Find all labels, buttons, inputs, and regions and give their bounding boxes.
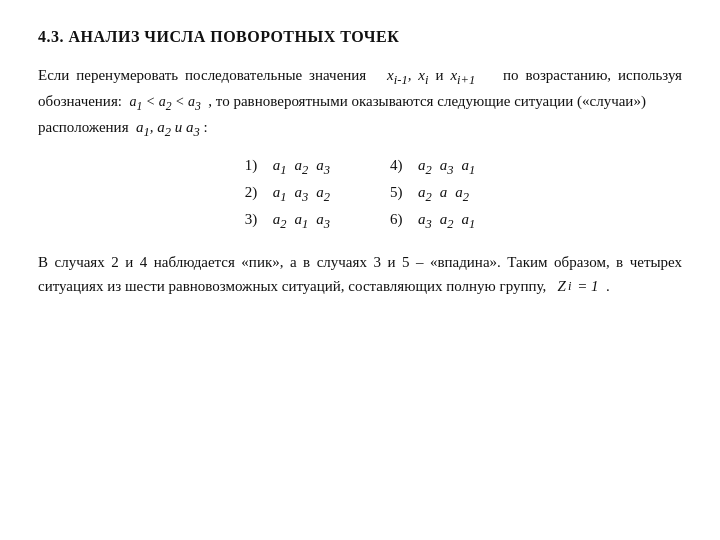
case-row-5: 5) a2 a a2 (390, 184, 475, 205)
conclusion-paragraph: В случаях 2 и 4 наблюдается «пик», а в с… (38, 250, 682, 298)
case-6-v1: a3 (418, 211, 432, 232)
vars-end: a1, a2 и a3 (136, 119, 200, 135)
case-5-v1: a2 (418, 184, 432, 205)
case-2-v3: a2 (316, 184, 330, 205)
formula: Zi = 1 (558, 274, 599, 298)
and-text: и (435, 67, 450, 83)
case-num-6: 6) (390, 211, 410, 228)
page-title: 4.3. АНАЛИЗ ЧИСЛА ПОВОРОТНЫХ ТОЧЕК (38, 28, 682, 46)
case-row-6: 6) a3 a2 a1 (390, 211, 475, 232)
case-row-4: 4) a2 a3 a1 (390, 157, 475, 178)
sub-i1: i-1 (394, 73, 408, 87)
case-4-v1: a2 (418, 157, 432, 178)
case-num-4: 4) (390, 157, 410, 174)
case-1-v2: a2 (295, 157, 309, 178)
case-row-1: 1) a1 a2 a3 (245, 157, 330, 178)
case-num-5: 5) (390, 184, 410, 201)
formula-z: Z (558, 274, 566, 298)
case-row-2: 2) a1 a3 a2 (245, 184, 330, 205)
inequality: a1 < a2 < a3 (129, 94, 200, 109)
case-num-2: 2) (245, 184, 265, 201)
case-1-v3: a3 (316, 157, 330, 178)
case-row-3: 3) a2 a1 a3 (245, 211, 330, 232)
var-xi-plus1: xi+1 (450, 67, 475, 83)
case-6-v2: a2 (440, 211, 454, 232)
case-num-1: 1) (245, 157, 265, 174)
case-5-v2: a (440, 184, 448, 201)
case-4-v2: a3 (440, 157, 454, 178)
case-5-v3: a2 (455, 184, 469, 205)
var-xi1: xi-1, (387, 67, 411, 83)
case-num-3: 3) (245, 211, 265, 228)
sub-i: i (425, 73, 428, 87)
case-4-v3: a1 (462, 157, 476, 178)
page: 4.3. АНАЛИЗ ЧИСЛА ПОВОРОТНЫХ ТОЧЕК Если … (0, 0, 720, 540)
case-2-v2: a3 (295, 184, 309, 205)
intro-text-before: Если перенумеровать последовательные зна… (38, 67, 366, 83)
case-6-v3: a1 (462, 211, 476, 232)
formula-equals: = 1 (573, 274, 598, 298)
cases-left: 1) a1 a2 a3 2) a1 a3 a2 3) a2 a1 a3 (245, 157, 330, 232)
layout-text: расположения (38, 119, 132, 135)
formula-sub-i: i (568, 276, 571, 296)
case-2-v1: a1 (273, 184, 287, 205)
case-3-v2: a1 (295, 211, 309, 232)
period: . (602, 278, 610, 294)
intro-paragraph: Если перенумеровать последовательные зна… (38, 64, 682, 143)
cases-right: 4) a2 a3 a1 5) a2 a a2 6) a3 a2 a1 (390, 157, 475, 232)
case-3-v1: a2 (273, 211, 287, 232)
colon: : (204, 119, 208, 135)
case-3-v3: a3 (316, 211, 330, 232)
comma-to: , то равновероятными оказываются следующ… (205, 93, 646, 109)
cases-section: 1) a1 a2 a3 2) a1 a3 a2 3) a2 a1 a3 4) a… (38, 157, 682, 232)
case-1-v1: a1 (273, 157, 287, 178)
var-xi: xi (418, 67, 428, 83)
sub-i-plus1: i+1 (457, 73, 475, 87)
